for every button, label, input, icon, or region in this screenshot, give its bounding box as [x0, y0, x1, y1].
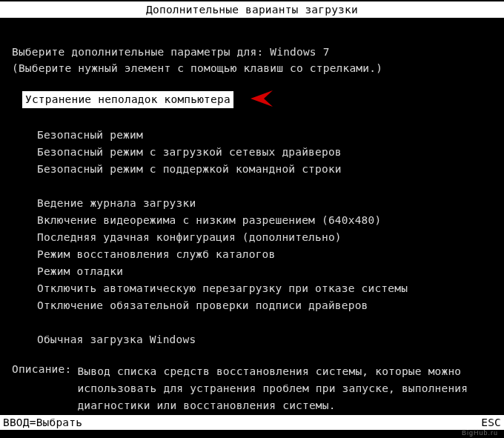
- menu-item-debug[interactable]: Режим отладки: [22, 263, 497, 280]
- description-text: Вывод списка средств восстановления сист…: [77, 363, 494, 414]
- menu-item-disable-sig[interactable]: Отключение обязательной проверки подписи…: [22, 297, 497, 314]
- menu-item-label: Режим восстановления служб каталогов: [37, 248, 275, 260]
- os-name: Windows 7: [270, 46, 329, 58]
- instruction-line: Выберите дополнительные параметры для: W…: [12, 46, 330, 58]
- description-row: Описание: Вывод списка средств восстанов…: [12, 363, 494, 414]
- menu-item-label: Отключить автоматическую перезагрузку пр…: [37, 282, 408, 294]
- menu-item-label: Включение видеорежима с низким разрешени…: [37, 214, 381, 226]
- menu-item-safe-mode-cmd[interactable]: Безопасный режим с поддержкой командной …: [22, 161, 497, 178]
- menu-item-label: Последняя удачная конфигурация (дополнит…: [37, 231, 342, 243]
- footer-enter-hint: ВВОД=Выбрать: [3, 415, 82, 430]
- instruction-prefix: Выберите дополнительные параметры для:: [12, 46, 270, 58]
- menu-item-label: Безопасный режим: [37, 129, 143, 141]
- menu-item-safe-mode-net[interactable]: Безопасный режим с загрузкой сетевых дра…: [22, 144, 497, 161]
- menu-item-label: Безопасный режим с поддержкой командной …: [37, 163, 342, 175]
- instruction-hint: (Выберите нужный элемент с помощью клави…: [12, 62, 382, 74]
- menu-item-label: Отключение обязательной проверки подписи…: [37, 299, 368, 311]
- menu-item-repair[interactable]: Устранение неполадок компьютера: [22, 90, 497, 110]
- footer-bar: ВВОД=Выбрать ESC: [0, 415, 504, 430]
- menu-item-normal-boot[interactable]: Обычная загрузка Windows: [22, 331, 497, 348]
- menu-item-label: Безопасный режим с загрузкой сетевых дра…: [37, 146, 342, 158]
- footer-esc-hint: ESC: [481, 415, 501, 430]
- menu-item-label: Устранение неполадок компьютера: [22, 91, 233, 108]
- menu-item-label: Обычная загрузка Windows: [37, 334, 196, 345]
- description-label: Описание:: [12, 363, 77, 414]
- menu-item-label: Режим отладки: [37, 265, 123, 277]
- menu-item-ds-restore[interactable]: Режим восстановления служб каталогов: [22, 246, 497, 263]
- pointer-arrow-icon: [245, 90, 273, 109]
- page-title: Дополнительные варианты загрузки: [0, 1, 504, 18]
- menu-item-safe-mode[interactable]: Безопасный режим: [22, 127, 497, 144]
- menu-item-boot-log[interactable]: Ведение журнала загрузки: [22, 195, 497, 212]
- watermark: BigHub.ru: [462, 429, 498, 437]
- menu-item-last-known-good[interactable]: Последняя удачная конфигурация (дополнит…: [22, 229, 497, 246]
- menu-item-no-auto-restart[interactable]: Отключить автоматическую перезагрузку пр…: [22, 280, 497, 297]
- svg-marker-0: [251, 90, 273, 107]
- boot-menu: Устранение неполадок компьютера Безопасн…: [22, 90, 497, 348]
- menu-item-low-res[interactable]: Включение видеорежима с низким разрешени…: [22, 212, 497, 229]
- boot-options-screen: Дополнительные варианты загрузки Выберит…: [0, 0, 504, 438]
- menu-item-label: Ведение журнала загрузки: [37, 197, 196, 209]
